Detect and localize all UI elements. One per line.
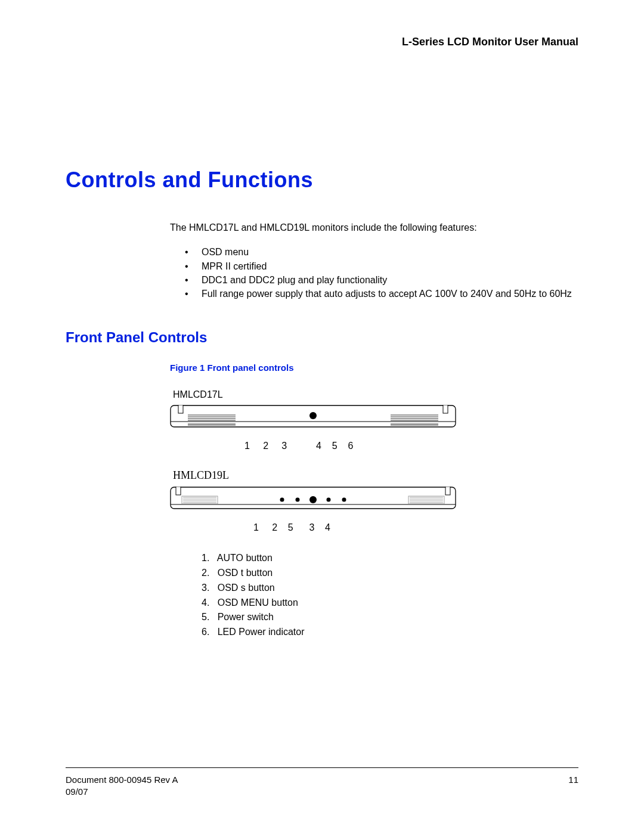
list-text: OSD t button	[218, 568, 273, 578]
model-label-19l: HMLCD19L	[173, 469, 578, 482]
page-title: Controls and Functions	[66, 168, 578, 193]
page-footer: Document 800-00945 Rev A 09/07 11	[66, 767, 578, 797]
svg-point-32	[296, 498, 300, 502]
list-number: 6.	[202, 627, 218, 637]
panel-numbers-17l: 1 2 3 4 5 6	[170, 441, 578, 451]
list-number: 4.	[202, 597, 218, 608]
feature-item: MPR II certified	[185, 259, 578, 273]
section-heading: Front Panel Controls	[66, 329, 578, 346]
list-number: 3.	[202, 583, 218, 593]
footer-doc-info: Document 800-00945 Rev A 09/07	[66, 774, 178, 797]
panel-diagram-19l	[170, 487, 578, 518]
panel-diagram-17l	[170, 405, 578, 436]
footer-page-number: 11	[568, 774, 578, 797]
list-item: 4. OSD MENU button	[185, 596, 578, 611]
svg-rect-2	[178, 405, 183, 413]
list-item: 6. LED Power indicator	[185, 625, 578, 640]
svg-point-35	[342, 498, 346, 502]
svg-rect-19	[176, 487, 181, 495]
list-number: 1.	[202, 553, 217, 563]
feature-item: Full range power supply that auto adjust…	[185, 287, 578, 301]
list-item: 2. OSD t button	[185, 566, 578, 581]
list-text: LED Power indicator	[218, 627, 305, 637]
list-text: Power switch	[218, 612, 274, 622]
feature-list: OSD menu MPR II certified DDC1 and DDC2 …	[185, 245, 578, 301]
list-number: 5.	[202, 612, 218, 622]
list-item: 5. Power switch	[185, 610, 578, 625]
header-title: L-Series LCD Monitor User Manual	[66, 36, 578, 48]
controls-list: 1. AUTO button 2. OSD t button 3. OSD s …	[185, 551, 578, 640]
feature-item: OSD menu	[185, 245, 578, 259]
svg-rect-20	[445, 487, 450, 495]
panel-numbers-19l: 1 2 5 3 4	[170, 522, 578, 533]
figure-caption: Figure 1 Front panel controls	[170, 363, 578, 373]
svg-rect-3	[443, 405, 448, 413]
footer-doc-line2: 09/07	[66, 786, 178, 798]
footer-doc-line1: Document 800-00945 Rev A	[66, 774, 178, 786]
list-text: OSD MENU button	[218, 597, 298, 608]
intro-text: The HMLCD17L and HMLCD19L monitors inclu…	[170, 221, 578, 234]
list-item: 3. OSD s button	[185, 581, 578, 596]
feature-item: DDC1 and DDC2 plug and play functionalit…	[185, 273, 578, 287]
list-item: 1. AUTO button	[185, 551, 578, 566]
list-text: OSD s button	[218, 583, 275, 593]
svg-point-34	[327, 498, 331, 502]
list-text: AUTO button	[217, 553, 273, 563]
model-label-17l: HMLCD17L	[173, 389, 578, 400]
svg-point-16	[309, 412, 317, 419]
svg-point-33	[309, 496, 317, 503]
list-number: 2.	[202, 568, 218, 578]
svg-point-31	[280, 498, 284, 502]
footer-rule	[66, 767, 578, 768]
